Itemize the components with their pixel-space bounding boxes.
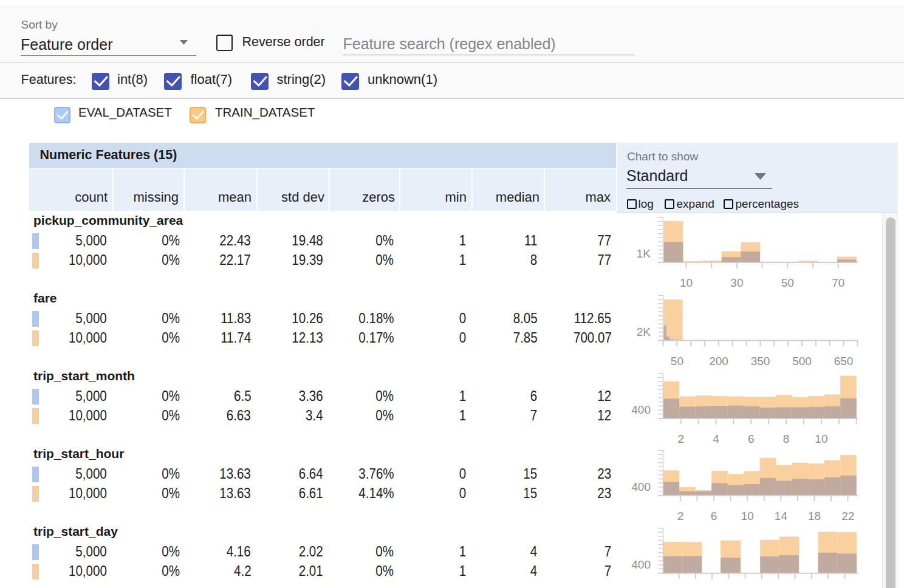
svg-text:18: 18 bbox=[808, 510, 821, 522]
svg-text:8: 8 bbox=[783, 432, 790, 445]
svg-text:10: 10 bbox=[680, 276, 693, 289]
svg-text:6: 6 bbox=[748, 432, 755, 445]
svg-text:400: 400 bbox=[631, 480, 651, 493]
svg-text:200: 200 bbox=[709, 355, 728, 368]
svg-text:6: 6 bbox=[711, 510, 717, 522]
svg-text:1K: 1K bbox=[637, 247, 651, 260]
svg-text:4: 4 bbox=[713, 432, 719, 445]
svg-text:400: 400 bbox=[631, 403, 651, 416]
svg-text:10: 10 bbox=[741, 510, 754, 522]
svg-text:10: 10 bbox=[815, 432, 827, 445]
svg-text:2: 2 bbox=[677, 432, 684, 445]
svg-text:14: 14 bbox=[775, 510, 788, 522]
svg-text:50: 50 bbox=[781, 276, 794, 289]
svg-text:2K: 2K bbox=[637, 326, 651, 338]
svg-text:500: 500 bbox=[792, 355, 812, 368]
svg-text:30: 30 bbox=[730, 276, 743, 289]
svg-text:70: 70 bbox=[832, 276, 844, 289]
svg-text:50: 50 bbox=[671, 355, 683, 368]
svg-text:2: 2 bbox=[677, 510, 684, 522]
svg-text:22: 22 bbox=[841, 510, 854, 522]
svg-text:350: 350 bbox=[751, 355, 770, 368]
svg-text:650: 650 bbox=[834, 355, 854, 368]
svg-text:400: 400 bbox=[631, 558, 651, 571]
